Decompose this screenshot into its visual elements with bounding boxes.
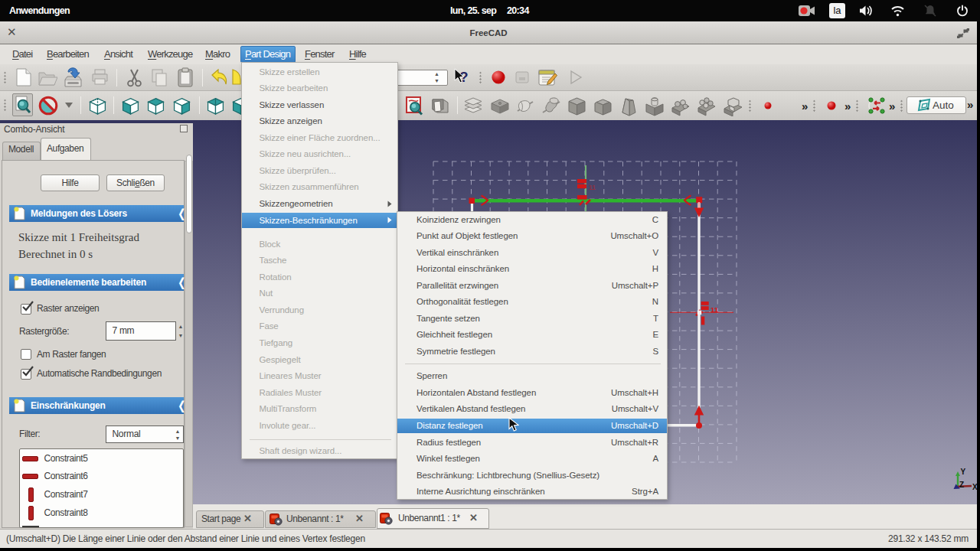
svg-text:11: 11: [589, 184, 596, 191]
svg-text:Z: Z: [959, 481, 964, 489]
svg-text:11: 11: [710, 305, 719, 314]
svg-text:Y: Y: [961, 468, 966, 476]
